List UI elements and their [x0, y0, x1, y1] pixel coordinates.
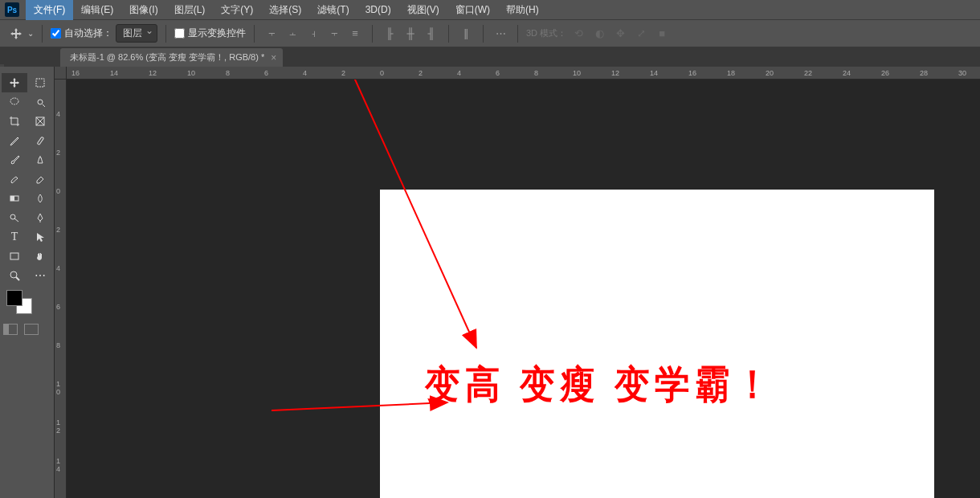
svg-line-14	[16, 277, 19, 280]
menu-filter[interactable]: 滤镜(T)	[309, 0, 357, 20]
canvas-text-layer[interactable]: 变高 变瘦 变学霸！	[425, 359, 775, 411]
close-tab-icon[interactable]: ×	[271, 52, 276, 63]
document-tab[interactable]: 未标题-1 @ 82.6% (变高 变瘦 变学霸！, RGB/8) * ×	[60, 48, 283, 67]
color-swatches[interactable]	[0, 287, 54, 319]
gradient-tool[interactable]	[2, 189, 27, 208]
eyedropper-tool[interactable]	[2, 131, 27, 150]
roll-3d-icon: ◐	[590, 25, 608, 43]
menu-help[interactable]: 帮助(H)	[498, 0, 547, 20]
foreground-color-swatch[interactable]	[6, 290, 22, 306]
svg-rect-0	[36, 79, 44, 87]
move-tool[interactable]	[2, 73, 27, 92]
svg-rect-9	[10, 196, 14, 201]
menu-layer[interactable]: 图层(L)	[166, 0, 214, 20]
menubar: Ps 文件(F) 编辑(E) 图像(I) 图层(L) 文字(Y) 选择(S) 滤…	[0, 0, 980, 20]
align-right-icon[interactable]: ⫞	[304, 25, 322, 43]
tool-panel: T ⋯	[0, 67, 55, 498]
more-icon[interactable]: ⋯	[492, 25, 509, 43]
svg-line-11	[14, 218, 18, 222]
type-tool[interactable]: T	[2, 227, 27, 247]
transform-controls-checkbox[interactable]: 显示变换控件	[174, 27, 246, 40]
auto-select-checkbox[interactable]: 自动选择：	[51, 27, 112, 40]
menu-view[interactable]: 视图(V)	[399, 0, 447, 20]
document-tab-title: 未标题-1 @ 82.6% (变高 变瘦 变学霸！, RGB/8) *	[70, 51, 264, 63]
quick-mask-icon[interactable]	[3, 324, 18, 335]
svg-point-13	[10, 271, 17, 278]
svg-point-2	[38, 100, 43, 104]
vertical-ruler[interactable]: 42024681 01 21 4	[55, 80, 67, 498]
move-tool-icon[interactable]	[6, 24, 26, 43]
screen-mode-icon[interactable]	[24, 324, 39, 335]
zoom-3d-icon: ■	[653, 25, 671, 43]
tab-bar: 未标题-1 @ 82.6% (变高 变瘦 变学霸！, RGB/8) * ×	[0, 47, 980, 67]
healing-brush-tool[interactable]	[27, 131, 53, 150]
hand-tool[interactable]	[27, 247, 53, 266]
clone-stamp-tool[interactable]	[27, 150, 53, 169]
crop-tool[interactable]	[2, 112, 27, 131]
ruler-corner	[55, 67, 67, 80]
menu-edit[interactable]: 编辑(E)	[73, 0, 121, 20]
distribute-top-icon[interactable]: ╟	[381, 25, 398, 43]
align-middle-icon[interactable]: ≡	[346, 25, 364, 43]
lasso-tool[interactable]	[2, 92, 27, 112]
menu-image[interactable]: 图像(I)	[121, 0, 165, 20]
auto-select-dropdown[interactable]: 图层	[116, 24, 157, 43]
align-left-icon[interactable]: ⫟	[263, 25, 280, 43]
brush-tool[interactable]	[2, 150, 27, 169]
auto-select-label: 自动选择：	[64, 27, 112, 40]
transform-controls-label: 显示变换控件	[188, 27, 246, 40]
app-logo: Ps	[5, 2, 19, 17]
dodge-tool[interactable]	[2, 208, 27, 227]
menu-file[interactable]: 文件(F)	[26, 0, 73, 20]
svg-rect-12	[10, 253, 18, 259]
orbit-3d-icon: ⟲	[570, 25, 587, 43]
align-top-icon[interactable]: ⫟	[325, 25, 343, 43]
options-bar: ⌄ 自动选择： 图层 显示变换控件 ⫟ ⫠ ⫞ ⫟ ≡ ╟ ╫ ╢ ‖ ⋯ 3D…	[0, 20, 980, 47]
menu-select[interactable]: 选择(S)	[261, 0, 309, 20]
slide-3d-icon: ⤢	[632, 25, 650, 43]
rectangular-marquee-tool[interactable]	[27, 73, 53, 92]
quick-selection-tool[interactable]	[27, 92, 53, 112]
distribute-h-icon[interactable]: ‖	[457, 25, 475, 43]
horizontal-ruler[interactable]: 161412108642024681012141618202224262830	[67, 67, 980, 80]
svg-point-1	[10, 98, 18, 104]
rectangle-tool[interactable]	[2, 247, 27, 266]
menu-type[interactable]: 文字(Y)	[213, 0, 261, 20]
canvas-area: 161412108642024681012141618202224262830 …	[55, 67, 980, 498]
zoom-tool[interactable]	[2, 266, 27, 285]
distribute-middle-icon[interactable]: ╫	[402, 25, 419, 43]
canvas[interactable]: 变高 变瘦 变学霸！	[380, 190, 934, 498]
viewport[interactable]: 变高 变瘦 变学霸！	[67, 80, 980, 498]
distribute-bottom-icon[interactable]: ╢	[423, 25, 440, 43]
svg-rect-7	[37, 137, 43, 145]
svg-line-3	[43, 104, 45, 107]
chevron-down-icon[interactable]: ⌄	[27, 29, 34, 38]
path-selection-tool[interactable]	[27, 227, 53, 247]
history-brush-tool[interactable]	[2, 169, 27, 189]
blur-tool[interactable]	[27, 189, 53, 208]
menu-3d[interactable]: 3D(D)	[357, 1, 399, 18]
align-center-h-icon[interactable]: ⫠	[284, 25, 301, 43]
menu-window[interactable]: 窗口(W)	[447, 0, 498, 20]
eraser-tool[interactable]	[27, 169, 53, 189]
mode-3d-label: 3D 模式：	[526, 27, 566, 39]
pen-tool[interactable]	[27, 208, 53, 227]
frame-tool[interactable]	[27, 112, 53, 131]
edit-toolbar-icon[interactable]: ⋯	[27, 266, 53, 285]
pan-3d-icon: ✥	[611, 25, 629, 43]
